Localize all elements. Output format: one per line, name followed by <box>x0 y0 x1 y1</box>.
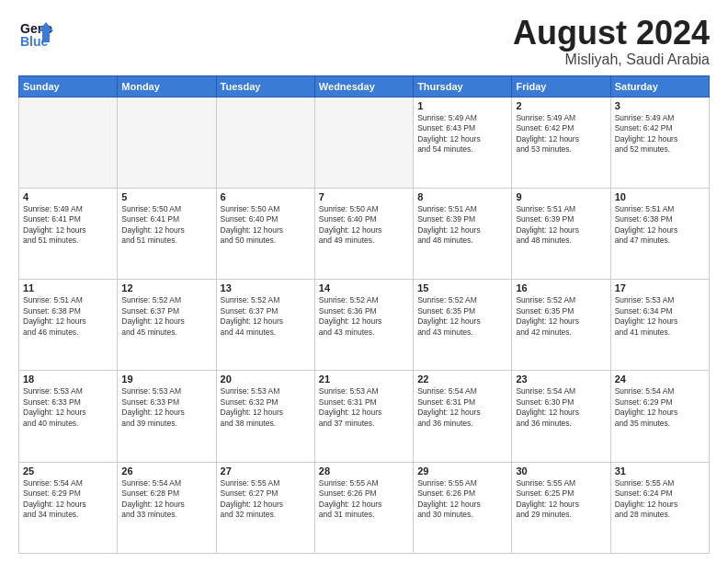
day-info: Sunrise: 5:51 AM Sunset: 6:39 PM Dayligh… <box>516 204 606 247</box>
calendar-cell: 7Sunrise: 5:50 AM Sunset: 6:40 PM Daylig… <box>314 188 413 279</box>
calendar-cell: 23Sunrise: 5:54 AM Sunset: 6:30 PM Dayli… <box>512 371 610 462</box>
calendar-cell: 11Sunrise: 5:51 AM Sunset: 6:38 PM Dayli… <box>19 280 118 371</box>
weekday-header: Wednesday <box>314 75 413 97</box>
calendar-cell: 20Sunrise: 5:53 AM Sunset: 6:32 PM Dayli… <box>216 371 314 462</box>
day-info: Sunrise: 5:52 AM Sunset: 6:35 PM Dayligh… <box>516 295 606 338</box>
day-info: Sunrise: 5:54 AM Sunset: 6:31 PM Dayligh… <box>417 386 507 429</box>
day-info: Sunrise: 5:55 AM Sunset: 6:27 PM Dayligh… <box>221 478 311 521</box>
calendar-cell: 2Sunrise: 5:49 AM Sunset: 6:42 PM Daylig… <box>512 97 610 188</box>
day-number: 28 <box>319 465 409 477</box>
day-info: Sunrise: 5:49 AM Sunset: 6:41 PM Dayligh… <box>23 204 113 247</box>
day-number: 4 <box>23 191 113 202</box>
calendar-cell: 26Sunrise: 5:54 AM Sunset: 6:28 PM Dayli… <box>118 462 216 553</box>
day-info: Sunrise: 5:53 AM Sunset: 6:33 PM Dayligh… <box>121 386 211 429</box>
calendar-cell <box>19 97 118 188</box>
day-number: 20 <box>221 373 311 385</box>
calendar-cell: 29Sunrise: 5:55 AM Sunset: 6:26 PM Dayli… <box>414 462 512 553</box>
day-info: Sunrise: 5:53 AM Sunset: 6:31 PM Dayligh… <box>319 386 409 429</box>
calendar-week-row: 1Sunrise: 5:49 AM Sunset: 6:43 PM Daylig… <box>19 97 710 188</box>
calendar-cell: 8Sunrise: 5:51 AM Sunset: 6:39 PM Daylig… <box>414 188 512 279</box>
calendar-cell: 6Sunrise: 5:50 AM Sunset: 6:40 PM Daylig… <box>216 188 314 279</box>
day-number: 2 <box>516 100 606 111</box>
calendar-cell: 14Sunrise: 5:52 AM Sunset: 6:36 PM Dayli… <box>314 280 413 371</box>
day-info: Sunrise: 5:54 AM Sunset: 6:29 PM Dayligh… <box>23 478 113 521</box>
day-info: Sunrise: 5:49 AM Sunset: 6:43 PM Dayligh… <box>417 113 507 155</box>
day-number: 1 <box>417 100 507 111</box>
calendar-cell <box>118 97 216 188</box>
day-number: 16 <box>516 282 606 293</box>
day-number: 14 <box>319 282 409 293</box>
day-number: 29 <box>417 465 507 477</box>
calendar-cell: 25Sunrise: 5:54 AM Sunset: 6:29 PM Dayli… <box>19 462 118 553</box>
day-info: Sunrise: 5:50 AM Sunset: 6:41 PM Dayligh… <box>121 204 211 247</box>
day-info: Sunrise: 5:55 AM Sunset: 6:26 PM Dayligh… <box>319 478 409 521</box>
day-info: Sunrise: 5:55 AM Sunset: 6:25 PM Dayligh… <box>516 478 606 521</box>
weekday-header: Friday <box>512 75 610 97</box>
day-info: Sunrise: 5:55 AM Sunset: 6:26 PM Dayligh… <box>417 478 507 521</box>
calendar-cell: 22Sunrise: 5:54 AM Sunset: 6:31 PM Dayli… <box>414 371 512 462</box>
day-number: 30 <box>516 465 606 477</box>
page: General Blue August 2024 Misliyah, Saudi… <box>0 0 728 563</box>
day-number: 9 <box>516 191 606 202</box>
day-number: 27 <box>221 465 311 477</box>
day-number: 8 <box>417 191 507 202</box>
calendar-cell: 15Sunrise: 5:52 AM Sunset: 6:35 PM Dayli… <box>414 280 512 371</box>
day-number: 21 <box>319 373 409 385</box>
calendar-cell: 3Sunrise: 5:49 AM Sunset: 6:42 PM Daylig… <box>610 97 709 188</box>
calendar-cell: 12Sunrise: 5:52 AM Sunset: 6:37 PM Dayli… <box>118 280 216 371</box>
day-number: 12 <box>121 282 211 293</box>
calendar-week-row: 18Sunrise: 5:53 AM Sunset: 6:33 PM Dayli… <box>19 371 710 462</box>
day-number: 15 <box>417 282 507 293</box>
day-info: Sunrise: 5:55 AM Sunset: 6:24 PM Dayligh… <box>615 478 705 521</box>
day-info: Sunrise: 5:52 AM Sunset: 6:35 PM Dayligh… <box>417 295 507 338</box>
day-info: Sunrise: 5:51 AM Sunset: 6:38 PM Dayligh… <box>615 204 705 247</box>
calendar-cell: 31Sunrise: 5:55 AM Sunset: 6:24 PM Dayli… <box>610 462 709 553</box>
calendar-cell: 13Sunrise: 5:52 AM Sunset: 6:37 PM Dayli… <box>216 280 314 371</box>
day-number: 13 <box>221 282 311 293</box>
day-info: Sunrise: 5:53 AM Sunset: 6:32 PM Dayligh… <box>221 386 311 429</box>
calendar-cell: 27Sunrise: 5:55 AM Sunset: 6:27 PM Dayli… <box>216 462 314 553</box>
calendar-table: SundayMondayTuesdayWednesdayThursdayFrid… <box>18 75 710 554</box>
weekday-header: Sunday <box>19 75 118 97</box>
calendar-cell <box>314 97 413 188</box>
calendar-week-row: 4Sunrise: 5:49 AM Sunset: 6:41 PM Daylig… <box>19 188 710 279</box>
day-info: Sunrise: 5:49 AM Sunset: 6:42 PM Dayligh… <box>615 113 705 155</box>
day-info: Sunrise: 5:50 AM Sunset: 6:40 PM Dayligh… <box>319 204 409 247</box>
day-info: Sunrise: 5:54 AM Sunset: 6:28 PM Dayligh… <box>121 478 211 521</box>
month-title: August 2024 <box>513 15 710 52</box>
day-info: Sunrise: 5:52 AM Sunset: 6:37 PM Dayligh… <box>121 295 211 338</box>
day-info: Sunrise: 5:51 AM Sunset: 6:39 PM Dayligh… <box>417 204 507 247</box>
day-number: 31 <box>615 465 705 477</box>
weekday-header: Monday <box>118 75 216 97</box>
day-number: 19 <box>121 373 211 385</box>
day-info: Sunrise: 5:50 AM Sunset: 6:40 PM Dayligh… <box>221 204 311 247</box>
day-number: 18 <box>23 373 113 385</box>
day-number: 26 <box>121 465 211 477</box>
weekday-header: Thursday <box>414 75 512 97</box>
header: General Blue August 2024 Misliyah, Saudi… <box>18 15 710 68</box>
calendar-cell: 24Sunrise: 5:54 AM Sunset: 6:29 PM Dayli… <box>610 371 709 462</box>
calendar-cell: 1Sunrise: 5:49 AM Sunset: 6:43 PM Daylig… <box>414 97 512 188</box>
calendar-cell: 18Sunrise: 5:53 AM Sunset: 6:33 PM Dayli… <box>19 371 118 462</box>
title-block: August 2024 Misliyah, Saudi Arabia <box>513 15 710 68</box>
logo-icon: General Blue <box>18 15 53 50</box>
logo: General Blue <box>18 15 53 50</box>
weekday-header: Tuesday <box>216 75 314 97</box>
day-number: 3 <box>615 100 705 111</box>
day-number: 24 <box>615 373 705 385</box>
day-info: Sunrise: 5:54 AM Sunset: 6:30 PM Dayligh… <box>516 386 606 429</box>
calendar-week-row: 25Sunrise: 5:54 AM Sunset: 6:29 PM Dayli… <box>19 462 710 553</box>
calendar-cell: 16Sunrise: 5:52 AM Sunset: 6:35 PM Dayli… <box>512 280 610 371</box>
calendar-cell <box>216 97 314 188</box>
day-number: 22 <box>417 373 507 385</box>
day-info: Sunrise: 5:53 AM Sunset: 6:34 PM Dayligh… <box>615 295 705 338</box>
calendar-cell: 21Sunrise: 5:53 AM Sunset: 6:31 PM Dayli… <box>314 371 413 462</box>
day-number: 10 <box>615 191 705 202</box>
day-info: Sunrise: 5:54 AM Sunset: 6:29 PM Dayligh… <box>615 386 705 429</box>
day-number: 25 <box>23 465 113 477</box>
day-number: 11 <box>23 282 113 293</box>
day-number: 23 <box>516 373 606 385</box>
day-info: Sunrise: 5:49 AM Sunset: 6:42 PM Dayligh… <box>516 113 606 155</box>
calendar-cell: 9Sunrise: 5:51 AM Sunset: 6:39 PM Daylig… <box>512 188 610 279</box>
weekday-header: Saturday <box>610 75 709 97</box>
